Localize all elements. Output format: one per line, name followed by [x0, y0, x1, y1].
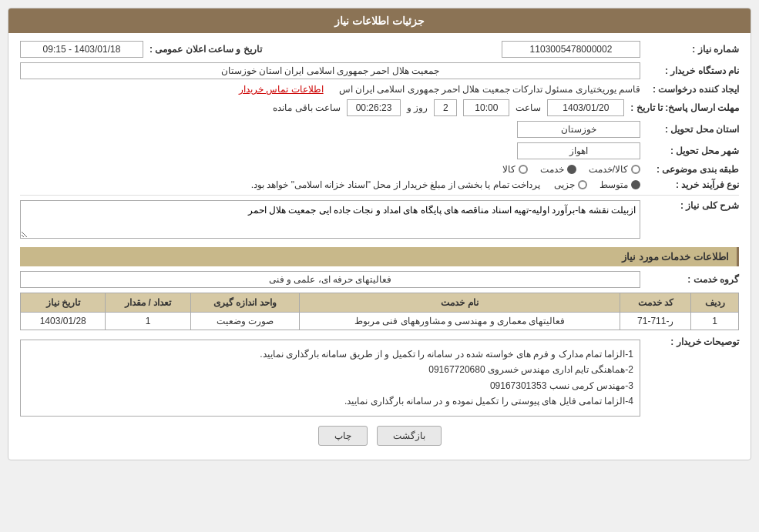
radio-motavsat-circle[interactable]	[631, 180, 640, 189]
row-farayand: نوع فرآیند خرید : متوسط جزیی پرداخت تمام…	[20, 179, 739, 190]
tabaqe-radio-group: کالا/خدمت خدمت کالا	[502, 164, 640, 175]
col-tarikh: تاریخ نیاز	[21, 293, 106, 313]
tabaqe-label: طبقه بندی موضوعی :	[646, 164, 739, 175]
ijad-konande-value: قاسم یوریختیاری مسئول تدارکات جمعیت هلال…	[339, 84, 640, 95]
tosif-line: 4-الزاما تمامی فایل های پیوستی را تکمیل …	[27, 393, 633, 409]
grooh-value: فعالیتهای حرفه ای، علمی و فنی	[20, 271, 640, 288]
radio-khedmat-item: خدمت	[540, 164, 576, 175]
farayand-label: نوع فرآیند خرید :	[646, 179, 739, 190]
farayand-desc: پرداخت تمام یا بخشی از مبلغ خریدار از مح…	[251, 179, 540, 190]
col-nam: نام خدمت	[300, 293, 620, 313]
radio-kala-item: کالا	[502, 164, 528, 175]
tosif-line: 2-هماهنگی تایم اداری مهندس خسروی 0916772…	[27, 362, 633, 377]
nam-dastgah-value: جمعیت هلال احمر جمهوری اسلامی ایران استا…	[20, 62, 640, 79]
card-header: جزئیات اطلاعات نیاز	[8, 8, 751, 33]
ijad-konande-link[interactable]: اطلاعات تماس خریدار	[239, 84, 324, 95]
tosif-line: 1-الزاما تمام مدارک و فرم های خواسته شده…	[27, 346, 633, 362]
row-shomara-tarikh: شماره نیاز : 1103005478000002 تاریخ و سا…	[20, 41, 739, 58]
page-wrapper: جزئیات اطلاعات نیاز شماره نیاز : 1103005…	[0, 0, 759, 532]
radio-motavsat-label: متوسط	[599, 179, 628, 190]
shomara-niaz-value: 1103005478000002	[502, 41, 640, 58]
mohlat-label: مهلت ارسال پاسخ: تا تاریخ :	[630, 102, 739, 113]
card-body: شماره نیاز : 1103005478000002 تاریخ و سا…	[8, 33, 751, 460]
mohlat-baqi: 00:26:23	[347, 99, 401, 116]
mohlat-rooz-label: روز و	[407, 102, 428, 113]
sharh-box	[20, 200, 640, 241]
nam-dastgah-label: نام دستگاه خریدار :	[646, 65, 739, 76]
row-nam-dastgah: نام دستگاه خریدار : جمعیت هلال احمر جمهو…	[20, 62, 739, 79]
tarikh-label: تاریخ و ساعت اعلان عمومی :	[149, 44, 262, 55]
row-mohlat: مهلت ارسال پاسخ: تا تاریخ : 1403/01/20 س…	[20, 99, 739, 116]
back-button[interactable]: بازگشت	[377, 426, 442, 446]
row-ijad-konande: ایجاد کننده درخواست : قاسم یوریختیاری مس…	[20, 84, 739, 95]
sharh-textarea[interactable]	[20, 200, 640, 239]
tosif-label: توصیحات خریدار :	[646, 336, 739, 347]
shahr-value: اهواز	[517, 142, 640, 159]
ostan-label: استان محل تحویل :	[646, 124, 739, 135]
button-row: بازگشت چاپ	[20, 426, 739, 446]
print-button[interactable]: چاپ	[318, 426, 368, 446]
mohlat-baqi-label: ساعت باقی مانده	[273, 102, 341, 113]
page-title: جزئیات اطلاعات نیاز	[334, 15, 425, 27]
row-tosif: توصیحات خریدار : 1-الزاما تمام مدارک و ف…	[20, 336, 739, 417]
mohlat-date: 1403/01/20	[547, 99, 624, 116]
farayand-radio-group: متوسط جزیی	[554, 179, 640, 190]
shahr-label: شهر محل تحویل :	[646, 146, 739, 156]
radio-jozvi-label: جزیی	[554, 179, 575, 190]
row-tabaqe: طبقه بندی موضوعی : کالا/خدمت خدمت کالا	[20, 164, 739, 175]
tosif-box: 1-الزاما تمام مدارک و فرم های خواسته شده…	[20, 340, 640, 417]
main-card: جزئیات اطلاعات نیاز شماره نیاز : 1103005…	[8, 8, 751, 460]
mohlat-saat-label: ساعت	[516, 102, 541, 113]
table-header-row: ردیف کد خدمت نام خدمت واحد اندازه گیری ت…	[21, 293, 739, 313]
col-tedad: تعداد / مقدار	[106, 293, 190, 313]
khadamat-section-title: اطلاعات خدمات مورد نیاز	[20, 247, 739, 266]
col-kod: کد خدمت	[620, 293, 691, 313]
mohlat-rooz: 2	[434, 99, 457, 116]
divider-1	[20, 195, 739, 196]
radio-kala-khedmat-item: کالا/خدمت	[589, 164, 640, 175]
radio-khedmat-label: خدمت	[540, 164, 564, 175]
col-vahed: واحد اندازه گیری	[190, 293, 299, 313]
grooh-label: گروه خدمت :	[646, 274, 739, 285]
row-shahr: شهر محل تحویل : اهواز	[20, 142, 739, 159]
radio-jozvi-item: جزیی	[554, 179, 587, 190]
radio-khedmat-circle[interactable]	[567, 165, 576, 174]
ostan-value: خوزستان	[517, 121, 640, 138]
row-sharh: شرح کلی نیاز :	[20, 200, 739, 241]
radio-kala-khedmat-label: کالا/خدمت	[589, 164, 628, 175]
radio-motavsat-item: متوسط	[599, 179, 640, 190]
service-table-body: 1ر-711-71فعالیتهای معماری و مهندسی و مشا…	[21, 313, 739, 330]
radio-kala-label: کالا	[502, 164, 516, 175]
table-row: 1ر-711-71فعالیتهای معماری و مهندسی و مشا…	[21, 313, 739, 330]
shomara-niaz-label: شماره نیاز :	[646, 44, 739, 55]
ijad-konande-label: ایجاد کننده درخواست :	[646, 84, 739, 95]
radio-jozvi-circle[interactable]	[578, 180, 587, 189]
tosif-line: 3-مهندس کرمی نسب 09167301353	[27, 378, 633, 393]
row-grooh: گروه خدمت : فعالیتهای حرفه ای، علمی و فن…	[20, 271, 739, 288]
col-radif: ردیف	[691, 293, 739, 313]
mohlat-saat: 10:00	[463, 99, 509, 116]
row-ostan: استان محل تحویل : خوزستان	[20, 121, 739, 138]
tarikh-value: 1403/01/18 - 09:15	[20, 41, 143, 58]
radio-kala-khedmat-circle[interactable]	[631, 165, 640, 174]
sharh-label: شرح کلی نیاز :	[646, 200, 739, 211]
service-table: ردیف کد خدمت نام خدمت واحد اندازه گیری ت…	[20, 293, 739, 330]
radio-kala-circle[interactable]	[519, 165, 528, 174]
